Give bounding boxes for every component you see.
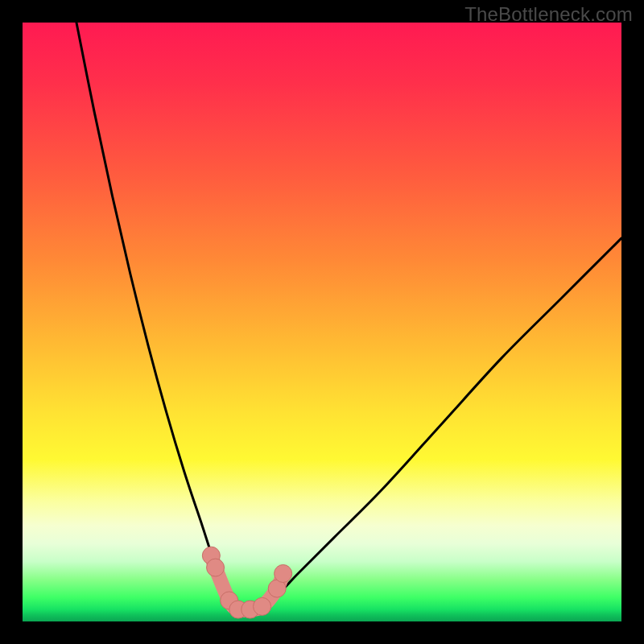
curve-layer bbox=[23, 23, 621, 621]
data-marker bbox=[275, 564, 292, 582]
bottleneck-curve bbox=[76, 23, 621, 609]
watermark-text: TheBottleneck.com bbox=[464, 3, 633, 26]
plot-area bbox=[23, 23, 621, 621]
data-marker bbox=[207, 559, 225, 576]
data-marker bbox=[254, 597, 271, 615]
chart-frame: TheBottleneck.com bbox=[0, 0, 644, 644]
